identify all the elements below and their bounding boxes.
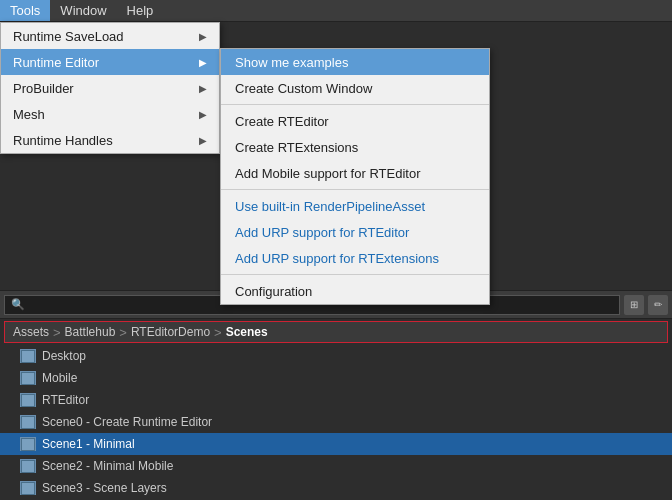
breadcrumb-battlehub[interactable]: Battlehub bbox=[65, 325, 116, 339]
submenu-use-renderpipeline[interactable]: Use built-in RenderPipelineAsset bbox=[221, 193, 489, 219]
file-item-scene2[interactable]: Scene2 - Minimal Mobile bbox=[0, 455, 672, 477]
file-icon-desktop bbox=[20, 349, 36, 363]
file-icon-scene1 bbox=[20, 437, 36, 451]
menubar-help[interactable]: Help bbox=[117, 0, 164, 21]
arrow-icon-runtimeeditor: ▶ bbox=[199, 57, 207, 68]
file-item-desktop[interactable]: Desktop bbox=[0, 345, 672, 367]
file-item-scene1[interactable]: Scene1 - Minimal bbox=[0, 433, 672, 455]
submenu-separator-3 bbox=[221, 274, 489, 275]
dropdown-item-runtimehandles[interactable]: Runtime Handles ▶ bbox=[1, 127, 219, 153]
file-icon-rteditor bbox=[20, 393, 36, 407]
submenu-add-urp-rtextensions[interactable]: Add URP support for RTExtensions bbox=[221, 245, 489, 271]
submenu-show-examples[interactable]: Show me examples bbox=[221, 49, 489, 75]
menubar: Tools Window Help bbox=[0, 0, 672, 22]
search-right-icons: ⊞ ✏ bbox=[624, 295, 668, 315]
breadcrumb-sep-2: > bbox=[119, 325, 127, 340]
file-item-rteditor[interactable]: RTEditor bbox=[0, 389, 672, 411]
file-list: Desktop Mobile RTEditor Scene0 - Create … bbox=[0, 345, 672, 499]
runtime-editor-submenu: Show me examples Create Custom Window Cr… bbox=[220, 48, 490, 305]
file-icon-scene2 bbox=[20, 459, 36, 473]
file-icon-scene3 bbox=[20, 481, 36, 495]
file-item-mobile[interactable]: Mobile bbox=[0, 367, 672, 389]
dropdown-item-probuilder[interactable]: ProBuilder ▶ bbox=[1, 75, 219, 101]
submenu-create-rtextensions[interactable]: Create RTExtensions bbox=[221, 134, 489, 160]
grid-view-icon[interactable]: ⊞ bbox=[624, 295, 644, 315]
submenu-add-urp-rteditor[interactable]: Add URP support for RTEditor bbox=[221, 219, 489, 245]
menubar-window[interactable]: Window bbox=[50, 0, 116, 21]
submenu-configuration[interactable]: Configuration bbox=[221, 278, 489, 304]
dropdown-item-mesh[interactable]: Mesh ▶ bbox=[1, 101, 219, 127]
file-item-scene3[interactable]: Scene3 - Scene Layers bbox=[0, 477, 672, 499]
breadcrumb-sep-3: > bbox=[214, 325, 222, 340]
breadcrumb-assets[interactable]: Assets bbox=[13, 325, 49, 339]
submenu-separator-2 bbox=[221, 189, 489, 190]
dropdown-item-runtimesaveload[interactable]: Runtime SaveLoad ▶ bbox=[1, 23, 219, 49]
breadcrumb-sep-1: > bbox=[53, 325, 61, 340]
breadcrumb-scenes[interactable]: Scenes bbox=[226, 325, 268, 339]
arrow-icon-mesh: ▶ bbox=[199, 109, 207, 120]
file-icon-scene0 bbox=[20, 415, 36, 429]
submenu-separator-1 bbox=[221, 104, 489, 105]
menubar-tools[interactable]: Tools bbox=[0, 0, 50, 21]
arrow-icon-probuilder: ▶ bbox=[199, 83, 207, 94]
submenu-create-custom-window[interactable]: Create Custom Window bbox=[221, 75, 489, 101]
arrow-icon-runtimehandles: ▶ bbox=[199, 135, 207, 146]
submenu-create-rteditor[interactable]: Create RTEditor bbox=[221, 108, 489, 134]
submenu-add-mobile-support[interactable]: Add Mobile support for RTEditor bbox=[221, 160, 489, 186]
breadcrumb: Assets > Battlehub > RTEditorDemo > Scen… bbox=[4, 321, 668, 343]
main-area: Runtime SaveLoad ▶ Runtime Editor ▶ ProB… bbox=[0, 22, 672, 500]
breadcrumb-rteditordemo[interactable]: RTEditorDemo bbox=[131, 325, 210, 339]
dropdown-item-runtimeeditor[interactable]: Runtime Editor ▶ bbox=[1, 49, 219, 75]
arrow-icon-runtimesaveload: ▶ bbox=[199, 31, 207, 42]
tools-dropdown: Runtime SaveLoad ▶ Runtime Editor ▶ ProB… bbox=[0, 22, 220, 154]
file-icon-mobile bbox=[20, 371, 36, 385]
search-icon: 🔍 bbox=[11, 298, 25, 311]
list-view-icon[interactable]: ✏ bbox=[648, 295, 668, 315]
file-item-scene0[interactable]: Scene0 - Create Runtime Editor bbox=[0, 411, 672, 433]
bottom-panel: 🔍 ⊞ ✏ Assets > Battlehub > RTEditorDemo … bbox=[0, 290, 672, 500]
